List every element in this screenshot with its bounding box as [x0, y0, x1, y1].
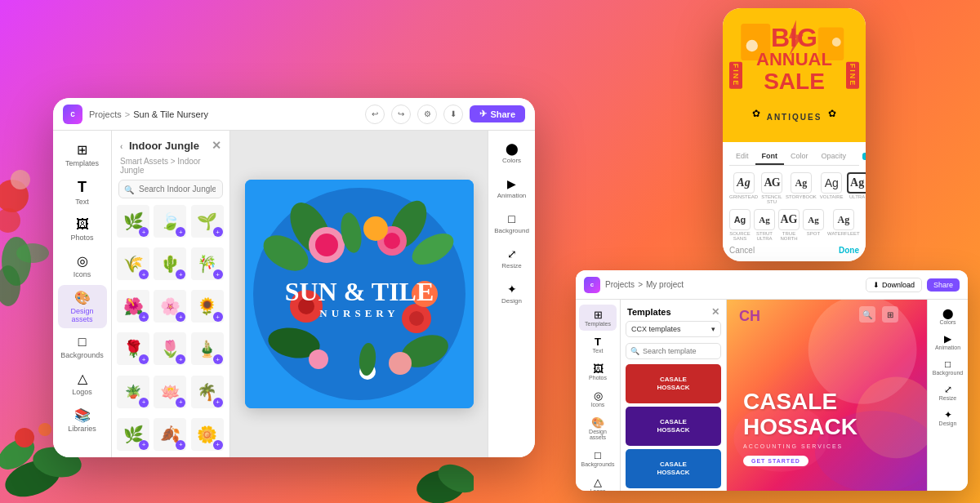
- laptop-tool-background[interactable]: □ Background: [931, 355, 965, 379]
- laptop-sidebar-item-photos[interactable]: 🖼 Photos: [579, 358, 617, 385]
- sidebar-item-design-assets[interactable]: 🎨 Design assets: [58, 285, 107, 328]
- asset-item[interactable]: 🪴+: [117, 376, 149, 408]
- tab-opacity[interactable]: Opacity: [815, 149, 853, 165]
- phone-mockup-sale: FINE FINE BIG ANNUAL SALE ✿ ANTIQUES ✿: [723, 8, 866, 261]
- laptop-sidebar-item-logos[interactable]: △ Logos: [579, 472, 617, 491]
- asset-item[interactable]: 🎍+: [191, 332, 224, 365]
- font-preview-true-north: AG: [778, 209, 800, 230]
- settings-button[interactable]: ⚙: [417, 105, 437, 124]
- laptop-share-button[interactable]: Share: [927, 278, 960, 292]
- asset-item[interactable]: 🌻+: [191, 290, 224, 323]
- laptop-tool-colors[interactable]: ⬤ Colors: [931, 305, 965, 328]
- done-button[interactable]: Done: [839, 246, 859, 255]
- tab-color[interactable]: Color: [784, 149, 815, 165]
- phone-bottom-panel: Edit Font Color Opacity NEW Ag GRINSTEAD…: [723, 142, 866, 261]
- template-card-2[interactable]: CASALE HOSSACK: [626, 407, 721, 446]
- laptop-download-button[interactable]: ⬇ Download: [866, 278, 922, 292]
- font-item-storybook[interactable]: Ag STORYBOOK: [786, 172, 817, 204]
- sidebar-item-libraries[interactable]: 📚 Libraries: [58, 403, 107, 438]
- panel-close-button[interactable]: ✕: [212, 139, 221, 152]
- deco-flower-right: ✿: [828, 108, 836, 122]
- laptop-tool-design[interactable]: ✦ Design: [931, 406, 965, 430]
- template-dropdown[interactable]: CCX templates ▾: [626, 321, 721, 337]
- tool-resize[interactable]: ⤢ Resize: [492, 243, 532, 274]
- laptop-sidebar-item-icons[interactable]: ◎ Icons: [579, 385, 617, 412]
- asset-item[interactable]: 🪷+: [154, 376, 186, 408]
- font-item-ultra[interactable]: Ag ULTRA: [847, 172, 866, 204]
- font-item-source-sans[interactable]: Ag SOURCE SANS: [729, 209, 751, 241]
- template-card-1[interactable]: CASALE HOSSACK: [626, 364, 721, 403]
- breadcrumb-projects: Projects: [89, 109, 122, 119]
- search-input[interactable]: [118, 180, 223, 198]
- share-button[interactable]: ✈Share: [470, 105, 525, 122]
- laptop-resize-icon: ⤢: [944, 384, 952, 395]
- laptop-breadcrumb: Projects > My project: [605, 280, 684, 289]
- laptop-icons-icon: ◎: [594, 389, 603, 402]
- laptop-sidebar-item-backgrounds[interactable]: □ Backgrounds: [579, 445, 617, 471]
- asset-item[interactable]: 🌵+: [154, 247, 186, 280]
- design-canvas[interactable]: SUN & TILE NURSERY: [245, 180, 474, 408]
- font-item-grinstead[interactable]: Ag GRINSTEAD: [729, 172, 758, 204]
- laptop-sidebar-item-templates[interactable]: ⊞ Templates: [579, 305, 617, 331]
- font-item-strut-ultra[interactable]: Ag STRUT ULTRA: [754, 209, 775, 241]
- template-panel-title: Templates: [627, 307, 671, 317]
- sidebar-item-templates[interactable]: ⊞ Templates: [58, 137, 107, 172]
- asset-item[interactable]: 🍃+: [154, 205, 186, 238]
- laptop-colors-icon: ⬤: [942, 308, 953, 319]
- sidebar-item-icons[interactable]: ◎ Icons: [58, 248, 107, 283]
- template-search-input[interactable]: [626, 343, 721, 359]
- asset-item[interactable]: 🌺+: [117, 290, 149, 323]
- font-item-spot[interactable]: Ag SPOT: [803, 209, 824, 241]
- search-icon: 🔍: [124, 185, 134, 194]
- font-item-voltaire[interactable]: Ag VOLTAIRE: [820, 172, 844, 204]
- sidebar-item-text[interactable]: T Text: [58, 174, 107, 211]
- undo-button[interactable]: ↩: [365, 105, 385, 124]
- cancel-button[interactable]: Cancel: [729, 246, 755, 255]
- asset-item[interactable]: 🌴+: [191, 376, 224, 408]
- sidebar-label-backgrounds: Backgrounds: [60, 351, 104, 359]
- tool-animation[interactable]: ▶ Animation: [492, 172, 532, 204]
- asset-item[interactable]: 🌷+: [154, 332, 186, 365]
- laptop-design-assets-icon: 🎨: [591, 416, 604, 429]
- font-item-stencil[interactable]: AG STENCIL STU: [761, 172, 782, 204]
- tab-font[interactable]: Font: [755, 149, 785, 165]
- tool-background[interactable]: □ Background: [492, 207, 532, 239]
- laptop-sidebar-label-backgrounds: Backgrounds: [581, 461, 615, 467]
- asset-item[interactable]: 🌹+: [117, 332, 149, 365]
- asset-item[interactable]: 🍂+: [154, 418, 186, 451]
- laptop-breadcrumb-projects: Projects: [605, 280, 635, 289]
- asset-item[interactable]: 🌸+: [154, 290, 186, 323]
- svg-point-14: [414, 466, 468, 503]
- tab-new[interactable]: NEW: [853, 149, 866, 165]
- get-started-button[interactable]: GET STARTED: [743, 456, 808, 466]
- sidebar-item-photos[interactable]: 🖼 Photos: [58, 212, 107, 247]
- asset-item[interactable]: 🌿+: [117, 205, 149, 238]
- panel-header: ‹ Indoor Jungle ✕: [112, 131, 229, 157]
- download-button[interactable]: ⬇: [443, 105, 463, 124]
- template-panel-close[interactable]: ✕: [711, 306, 719, 318]
- template-card-3[interactable]: Casale Hossack: [626, 449, 721, 488]
- casale-name-line2: HOSSACK: [743, 415, 858, 440]
- breadcrumb-active: Sun & Tile Nursery: [133, 109, 208, 119]
- svg-point-15: [434, 459, 474, 498]
- sidebar-label-design-assets: Design assets: [61, 307, 104, 323]
- asset-item[interactable]: 🌿+: [117, 418, 149, 451]
- asset-item[interactable]: 🌱+: [191, 205, 224, 238]
- asset-item[interactable]: 🌾+: [117, 247, 149, 280]
- font-item-waterfleet[interactable]: Ag WATERFLEET: [827, 209, 860, 241]
- asset-item[interactable]: 🎋+: [191, 247, 224, 280]
- tool-design[interactable]: ✦ Design: [492, 278, 532, 309]
- laptop-sidebar-item-design-assets[interactable]: 🎨 Design assets: [579, 412, 617, 444]
- tab-edit[interactable]: Edit: [729, 149, 755, 165]
- sidebar-item-backgrounds[interactable]: □ Backgrounds: [58, 330, 107, 364]
- asset-item[interactable]: 🌼+: [191, 418, 224, 451]
- laptop-tool-resize[interactable]: ⤢ Resize: [931, 381, 965, 404]
- sidebar-item-logos[interactable]: △ Logos: [58, 366, 107, 401]
- redo-button[interactable]: ↪: [391, 105, 411, 124]
- text-icon: T: [78, 179, 87, 196]
- font-item-true-north[interactable]: AG TRUE NORTH: [778, 209, 800, 241]
- tool-colors[interactable]: ⬤ Colors: [492, 137, 532, 169]
- laptop-tool-animation[interactable]: ▶ Animation: [931, 330, 965, 354]
- laptop-tool-label-background: Background: [933, 370, 963, 376]
- laptop-sidebar-item-text[interactable]: T Text: [579, 332, 617, 358]
